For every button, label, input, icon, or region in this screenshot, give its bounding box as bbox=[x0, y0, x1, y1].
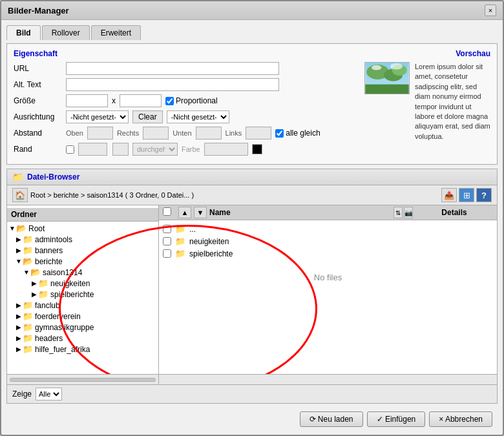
size-x: x bbox=[112, 96, 116, 105]
file-checkbox[interactable] bbox=[163, 237, 171, 245]
tree-item-admintools[interactable]: ▶ 📁 admintools bbox=[7, 234, 158, 245]
proportional-checkbox[interactable] bbox=[165, 97, 174, 105]
abstand-rechts-input[interactable] bbox=[143, 127, 169, 140]
tree-item-berichte[interactable]: ▼ 📂 berichte bbox=[7, 256, 158, 267]
file-browser-folder-icon: 📁 bbox=[12, 172, 23, 182]
tree-toggle[interactable]: ▶ bbox=[15, 335, 23, 342]
ausrichtung-select-2[interactable]: -Nicht gesetzt- bbox=[167, 110, 229, 123]
abstand-label: Abstand bbox=[14, 129, 62, 138]
section-title: Eigenschaft bbox=[14, 49, 358, 58]
folder-icon: 📁 bbox=[23, 311, 33, 321]
svg-point-6 bbox=[390, 63, 403, 70]
tree-label: headers bbox=[35, 334, 63, 343]
filter-label: Zeige bbox=[12, 389, 32, 399]
size-sort-button[interactable]: ⇅ bbox=[394, 207, 403, 218]
rand-stil-select[interactable]: durchgeh... bbox=[132, 143, 178, 156]
tree-item-gymnastikgruppe[interactable]: ▶ 📁 gymnastikgruppe bbox=[7, 322, 158, 333]
size-height-input[interactable] bbox=[120, 94, 162, 107]
tree-toggle[interactable]: ▶ bbox=[30, 280, 38, 287]
sort-down-button[interactable]: ▼ bbox=[194, 207, 207, 218]
reload-button[interactable]: ⟳ Neu laden bbox=[300, 411, 363, 427]
clear-button[interactable]: Clear bbox=[132, 110, 163, 123]
color-swatch[interactable] bbox=[252, 144, 262, 154]
tree-label: fanclub bbox=[35, 301, 60, 310]
farbe-input[interactable] bbox=[204, 143, 248, 156]
tree-scrollbar[interactable] bbox=[7, 375, 159, 384]
select-all-checkbox[interactable] bbox=[163, 207, 171, 216]
alle-gleich-label: alle gleich bbox=[275, 129, 320, 138]
abstand-unten-input[interactable] bbox=[196, 127, 222, 140]
tree-toggle[interactable]: ▼ bbox=[23, 269, 30, 276]
action-bar: ⟳ Neu laden ✓ Einfügen × Abbrechen bbox=[6, 408, 498, 430]
abstand-links-input[interactable] bbox=[246, 127, 271, 140]
insert-button[interactable]: ✓ Einfügen bbox=[367, 411, 426, 427]
file-item-parent[interactable]: 📁 ... bbox=[159, 223, 497, 235]
tree-item-fanclub[interactable]: ▶ 📁 fanclub bbox=[7, 300, 158, 311]
alle-gleich-checkbox[interactable] bbox=[275, 129, 284, 138]
size-label: Größe bbox=[14, 96, 62, 105]
tree-toggle[interactable]: ▶ bbox=[15, 313, 23, 320]
tree-label: hilfe_fuer_afrika bbox=[35, 345, 90, 354]
tree-item-neuigkeiten[interactable]: ▶ 📁 neuigkeiten bbox=[7, 278, 158, 289]
home-button[interactable]: 🏠 bbox=[12, 188, 28, 202]
horizontal-scroll-area bbox=[7, 374, 497, 384]
file-name: spielberichte bbox=[189, 249, 233, 258]
tree-toggle[interactable]: ▶ bbox=[15, 346, 23, 353]
rand-num-input[interactable] bbox=[112, 143, 129, 156]
tree-toggle[interactable]: ▶ bbox=[30, 291, 38, 298]
abstand-oben-input[interactable] bbox=[87, 127, 113, 140]
file-browser: 📁 Datei-Browser 🏠 Root > berichte > sais… bbox=[6, 169, 498, 404]
folder-icon: 📁 bbox=[23, 344, 33, 354]
title-bar: Bilder-Manager × bbox=[1, 1, 503, 20]
file-browser-header: 📁 Datei-Browser bbox=[7, 169, 497, 185]
tree-toggle[interactable]: ▼ bbox=[15, 258, 23, 265]
tree-item-root[interactable]: ▼ 📂 Root bbox=[7, 223, 158, 234]
folder-icon: 📁 bbox=[23, 322, 33, 332]
tree-toggle[interactable]: ▶ bbox=[15, 247, 23, 254]
file-name: ... bbox=[189, 225, 196, 234]
toolbar-icons: 📤 ⊞ ? bbox=[441, 188, 492, 202]
svg-point-5 bbox=[372, 65, 381, 70]
tree-item-headers[interactable]: ▶ 📁 headers bbox=[7, 333, 158, 344]
url-input[interactable] bbox=[66, 62, 279, 75]
tree-toggle[interactable]: ▶ bbox=[15, 236, 23, 243]
camera-button[interactable]: 📷 bbox=[404, 207, 413, 218]
file-item-spielberichte[interactable]: 📁 spielberichte bbox=[159, 247, 497, 260]
close-button[interactable]: × bbox=[485, 5, 496, 16]
tree-label: foerderverein bbox=[35, 312, 81, 321]
tab-erweitert[interactable]: Erweitert bbox=[91, 25, 141, 40]
file-col-name-header: Name bbox=[209, 208, 391, 217]
preview-image bbox=[364, 62, 410, 94]
breadcrumb: Root > berichte > saison1314 ( 3 Ordner,… bbox=[30, 191, 194, 199]
ausrichtung-select-1[interactable]: -Nicht gesetzt- bbox=[66, 110, 129, 123]
svg-rect-4 bbox=[365, 85, 408, 94]
tree-item-saison1314[interactable]: ▼ 📂 saison1314 bbox=[7, 267, 158, 278]
tree-toggle[interactable]: ▶ bbox=[15, 302, 23, 309]
filter-select[interactable]: Alle bbox=[36, 388, 62, 400]
folder-icon: 📁 bbox=[175, 224, 185, 234]
tree-item-hilfe-fuer-afrika[interactable]: ▶ 📁 hilfe_fuer_afrika bbox=[7, 344, 158, 355]
tree-label: admintools bbox=[35, 235, 72, 244]
tab-rollover[interactable]: Rollover bbox=[42, 25, 90, 40]
rand-breite-input[interactable] bbox=[78, 143, 107, 156]
tree-label: spielberichte bbox=[50, 290, 94, 299]
ausrichtung-label: Ausrichtung bbox=[14, 112, 62, 121]
cancel-button[interactable]: × Abbrechen bbox=[429, 411, 492, 427]
size-width-input[interactable] bbox=[66, 94, 108, 107]
file-item-neuigkeiten[interactable]: 📁 neuigkeiten bbox=[159, 235, 497, 247]
tree-label: berichte bbox=[35, 257, 63, 266]
alt-input[interactable] bbox=[66, 78, 279, 91]
upload-button[interactable]: 📤 bbox=[441, 188, 457, 202]
tree-item-spielberichte[interactable]: ▶ 📁 spielberichte bbox=[7, 289, 158, 300]
tree-item-banners[interactable]: ▶ 📁 banners bbox=[7, 245, 158, 256]
tree-item-foerderverein[interactable]: ▶ 📁 foerderverein bbox=[7, 311, 158, 322]
grid-button[interactable]: ⊞ bbox=[459, 188, 474, 202]
tree-toggle[interactable]: ▼ bbox=[8, 225, 16, 232]
tree-toggle[interactable]: ▶ bbox=[15, 324, 23, 331]
tab-bild[interactable]: Bild bbox=[6, 25, 41, 40]
sort-up-button[interactable]: ▲ bbox=[178, 207, 191, 218]
file-checkbox[interactable] bbox=[163, 249, 171, 258]
help-button[interactable]: ? bbox=[476, 188, 492, 202]
rand-checkbox[interactable] bbox=[66, 145, 74, 154]
file-checkbox[interactable] bbox=[163, 225, 171, 233]
